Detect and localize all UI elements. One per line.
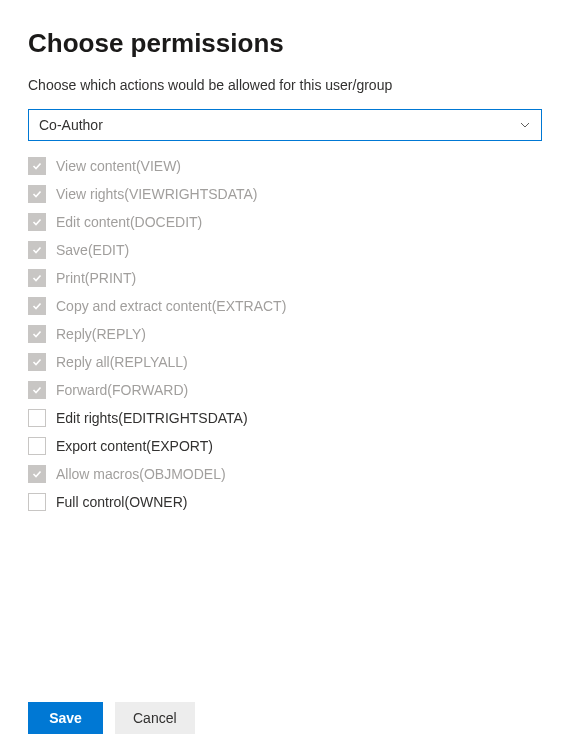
permission-label: Edit content(DOCEDIT) [56,214,202,230]
permission-checkbox [28,465,46,483]
permission-label: Reply all(REPLYALL) [56,354,188,370]
chevron-down-icon [519,119,531,131]
cancel-button[interactable]: Cancel [115,702,195,734]
permission-row: Edit rights(EDITRIGHTSDATA) [28,409,542,427]
permission-row: Save(EDIT) [28,241,542,259]
permission-row: Reply all(REPLYALL) [28,353,542,371]
permissions-list: View content(VIEW)View rights(VIEWRIGHTS… [28,157,542,511]
permission-checkbox [28,353,46,371]
permission-label: Copy and extract content(EXTRACT) [56,298,286,314]
permission-label: View rights(VIEWRIGHTSDATA) [56,186,257,202]
permission-checkbox[interactable] [28,437,46,455]
permission-row: Reply(REPLY) [28,325,542,343]
page-subtitle: Choose which actions would be allowed fo… [28,77,542,93]
permission-preset-dropdown[interactable]: Co-Author [28,109,542,141]
permission-checkbox [28,185,46,203]
permission-checkbox[interactable] [28,409,46,427]
permission-checkbox [28,381,46,399]
permission-checkbox [28,213,46,231]
permission-row: Export content(EXPORT) [28,437,542,455]
permission-checkbox [28,269,46,287]
permission-checkbox[interactable] [28,493,46,511]
permission-label: Reply(REPLY) [56,326,146,342]
permission-row: View content(VIEW) [28,157,542,175]
page-title: Choose permissions [28,28,542,59]
permission-label: Allow macros(OBJMODEL) [56,466,226,482]
permission-label: Save(EDIT) [56,242,129,258]
permission-checkbox [28,157,46,175]
permission-row: Allow macros(OBJMODEL) [28,465,542,483]
permission-checkbox [28,297,46,315]
permission-label: Print(PRINT) [56,270,136,286]
permission-row: Edit content(DOCEDIT) [28,213,542,231]
permission-label: Full control(OWNER) [56,494,187,510]
save-button[interactable]: Save [28,702,103,734]
permission-row: View rights(VIEWRIGHTSDATA) [28,185,542,203]
permission-row: Print(PRINT) [28,269,542,287]
permission-label: View content(VIEW) [56,158,181,174]
permission-checkbox [28,325,46,343]
dropdown-selected-label: Co-Author [39,117,103,133]
permission-checkbox [28,241,46,259]
permission-label: Forward(FORWARD) [56,382,188,398]
permission-row: Forward(FORWARD) [28,381,542,399]
permission-label: Export content(EXPORT) [56,438,213,454]
permission-row: Copy and extract content(EXTRACT) [28,297,542,315]
permission-row: Full control(OWNER) [28,493,542,511]
footer-actions: Save Cancel [28,702,195,734]
permission-label: Edit rights(EDITRIGHTSDATA) [56,410,248,426]
